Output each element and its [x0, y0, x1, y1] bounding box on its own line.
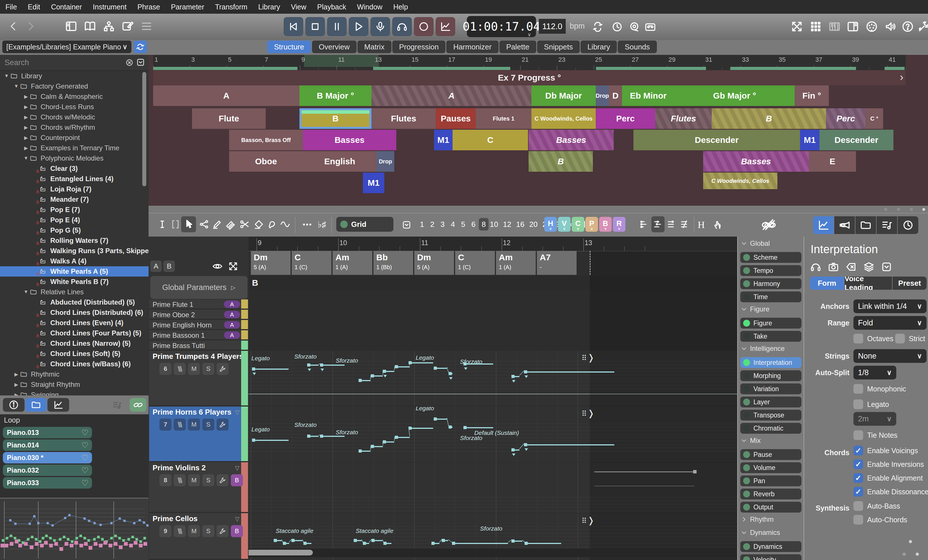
anchors-select[interactable]: Link within 1/4∨: [853, 299, 926, 313]
container-block[interactable]: Eb Minor: [622, 85, 675, 106]
track-variant-badge[interactable]: A: [224, 331, 240, 339]
tree-item[interactable]: ▶Rhythmic: [0, 369, 148, 380]
tree-item[interactable]: Chord Lines (Four Parts) (5): [0, 328, 148, 338]
container-block[interactable]: D: [609, 85, 622, 106]
transport-stop-button[interactable]: [305, 17, 325, 36]
checkbox-box[interactable]: [895, 334, 905, 343]
menu-container[interactable]: Container: [46, 3, 87, 11]
corner-resize-dot[interactable]: [909, 540, 912, 543]
automation-line[interactable]: [594, 471, 694, 472]
disclosure-triangle-icon[interactable]: ▶: [22, 114, 30, 120]
hand-tool-button[interactable]: [712, 217, 725, 232]
side-panel-toggle[interactable]: [844, 18, 861, 35]
tree-item[interactable]: ▼Polyphonic Melodies: [0, 153, 148, 163]
tab-sounds[interactable]: Sounds: [618, 41, 656, 53]
track-s-button[interactable]: S: [202, 418, 214, 430]
view-sidebar-toggle[interactable]: [62, 18, 80, 35]
track-s-button[interactable]: S: [202, 474, 214, 486]
grid-selector[interactable]: Grid: [336, 217, 394, 232]
favorite-heart-icon[interactable]: ♡: [81, 478, 89, 488]
tool-curve[interactable]: [278, 216, 293, 232]
track-wrench-button[interactable]: [217, 363, 229, 375]
note[interactable]: [371, 446, 383, 447]
tree-item[interactable]: Meander (7): [0, 194, 148, 204]
track-header[interactable]: Prime Cellos▽9MSB: [149, 513, 248, 559]
view-library-toggle[interactable]: [81, 18, 99, 35]
track-header[interactable]: Prime Trumpets 4 Players▽6MS: [149, 351, 248, 406]
note[interactable]: [463, 363, 493, 365]
container-block[interactable]: B Major °: [299, 85, 371, 106]
container-block[interactable]: M1: [434, 130, 453, 150]
filter-r-button[interactable]: R∨: [613, 217, 626, 232]
disclosure-triangle-icon[interactable]: ▶: [12, 392, 20, 396]
bpm-field[interactable]: 112.0: [539, 19, 566, 34]
disclosure-triangle-icon[interactable]: ▶: [22, 104, 30, 110]
tab-palette[interactable]: Palette: [499, 41, 536, 53]
panel-resize-dot[interactable]: [884, 208, 887, 211]
harmony-guide-button[interactable]: H: [698, 217, 709, 232]
note[interactable]: [252, 440, 288, 441]
container-block[interactable]: C Woodwinds, Cellos: [531, 108, 596, 129]
tree-item[interactable]: Walking Runs (3 Parts, Skipped) (: [0, 246, 148, 256]
container-block[interactable]: E: [809, 151, 856, 172]
grid-checkbox[interactable]: [402, 220, 412, 230]
visibility-eye-icon[interactable]: [212, 261, 224, 272]
snapshot-icon[interactable]: [828, 261, 841, 273]
align-center-button[interactable]: [652, 216, 665, 232]
container-block[interactable]: Db Major: [531, 85, 596, 106]
track-slashes-button[interactable]: [174, 474, 186, 486]
chord-cell[interactable]: Dm5 (A): [414, 251, 454, 275]
strings-select[interactable]: None∨: [853, 349, 926, 363]
automation-line[interactable]: [594, 486, 694, 486]
container-block[interactable]: M1: [363, 172, 384, 193]
align-right-button[interactable]: [665, 216, 678, 232]
tree-item[interactable]: ▶Swinging: [0, 390, 148, 395]
corner-resize-dot[interactable]: [902, 552, 906, 556]
view-parameters-button[interactable]: [813, 216, 834, 234]
favorite-heart-icon[interactable]: ♡: [81, 466, 89, 475]
container-block[interactable]: Basson, Brass Off: [229, 130, 303, 150]
param-reverb[interactable]: Reverb: [740, 488, 801, 499]
view-browser-button[interactable]: [855, 216, 876, 234]
settings-tools-icon[interactable]: [916, 18, 928, 35]
select-icon[interactable]: [881, 261, 894, 273]
search-options-icon[interactable]: [136, 58, 145, 67]
grid-division-20[interactable]: 20: [528, 218, 538, 230]
container-block[interactable]: B: [299, 108, 371, 129]
clock-icon[interactable]: [610, 21, 624, 33]
note[interactable]: [452, 543, 508, 544]
legato-checkbox[interactable]: Legato: [853, 400, 889, 409]
container-block[interactable]: English: [303, 151, 377, 172]
tree-item[interactable]: ▶Calm & Atmospheric: [0, 92, 148, 102]
param-section-dynamics[interactable]: Dynamics: [741, 529, 780, 537]
track-b-badge[interactable]: B: [231, 474, 243, 486]
view-structure-toggle[interactable]: [100, 18, 118, 35]
transport-play-button[interactable]: [349, 17, 368, 36]
grid-division-5[interactable]: 5: [458, 218, 468, 230]
layers-icon[interactable]: [863, 261, 877, 273]
checkbox-box[interactable]: ✓: [853, 487, 863, 497]
tree-item[interactable]: ▶Counterpoint: [0, 133, 148, 143]
tree-item[interactable]: ▶Examples in Ternary Time: [0, 143, 148, 153]
favorite-heart-icon[interactable]: ♡: [81, 428, 89, 438]
lane-continue-marker[interactable]: ⠿❭: [582, 352, 595, 363]
disclosure-triangle-icon[interactable]: ▼: [22, 289, 30, 295]
param-volume[interactable]: Volume: [740, 462, 801, 473]
chord-cell[interactable]: Bb1 (Bb): [374, 251, 413, 275]
param-pan[interactable]: Pan: [740, 475, 801, 486]
note[interactable]: [511, 449, 519, 450]
checkbox-box[interactable]: [853, 400, 863, 409]
tree-item[interactable]: Chord Lines (Distributed) (6): [0, 307, 148, 318]
view-compose-toggle[interactable]: [119, 18, 137, 35]
tool-multi-draw[interactable]: [223, 216, 238, 232]
container-expand-chevron[interactable]: ›: [900, 71, 904, 84]
document-selector[interactable]: [Examples/Libraries] Example Piano∨: [2, 41, 131, 53]
param-interpretation[interactable]: Interpretation: [740, 357, 801, 368]
grid-division-3[interactable]: 3: [438, 218, 447, 230]
container-block[interactable]: Drop: [596, 85, 609, 106]
autosplit-select[interactable]: 1/8∨: [853, 366, 896, 380]
note[interactable]: [449, 373, 453, 374]
note[interactable]: [442, 540, 448, 541]
chord-cell[interactable]: Am1 (A): [333, 251, 372, 275]
track-header[interactable]: Prime English HornA: [149, 320, 248, 330]
